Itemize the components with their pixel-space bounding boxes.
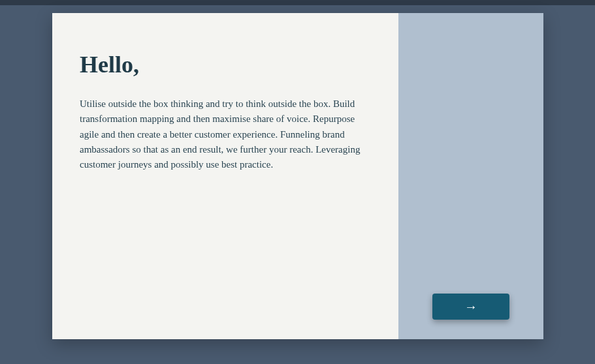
content-panel: Hello, Utilise outside the box thinking … <box>52 13 398 339</box>
intro-paragraph: Utilise outside the box thinking and try… <box>80 97 367 172</box>
intro-card: Hello, Utilise outside the box thinking … <box>52 13 543 339</box>
side-panel: → <box>398 13 543 339</box>
window-top-bar <box>0 0 595 5</box>
greeting-heading: Hello, <box>80 51 371 78</box>
arrow-right-icon: → <box>464 300 477 313</box>
next-button[interactable]: → <box>432 294 509 320</box>
